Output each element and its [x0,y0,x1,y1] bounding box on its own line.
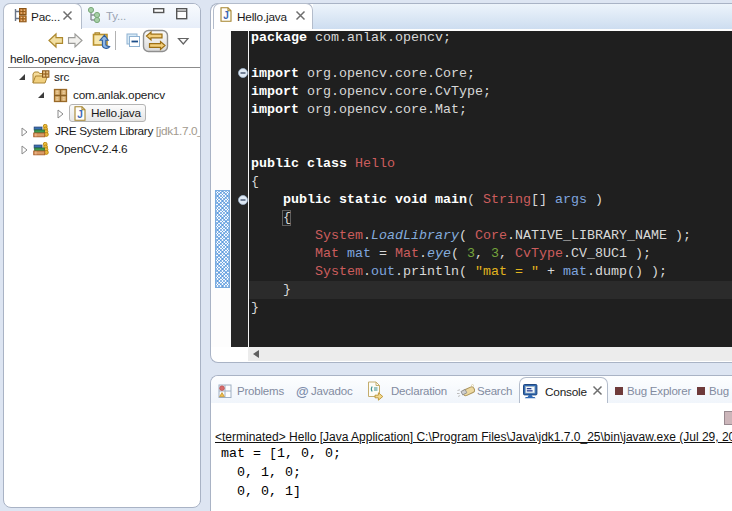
svg-text:J: J [77,109,83,120]
svg-text:J: J [223,10,229,21]
